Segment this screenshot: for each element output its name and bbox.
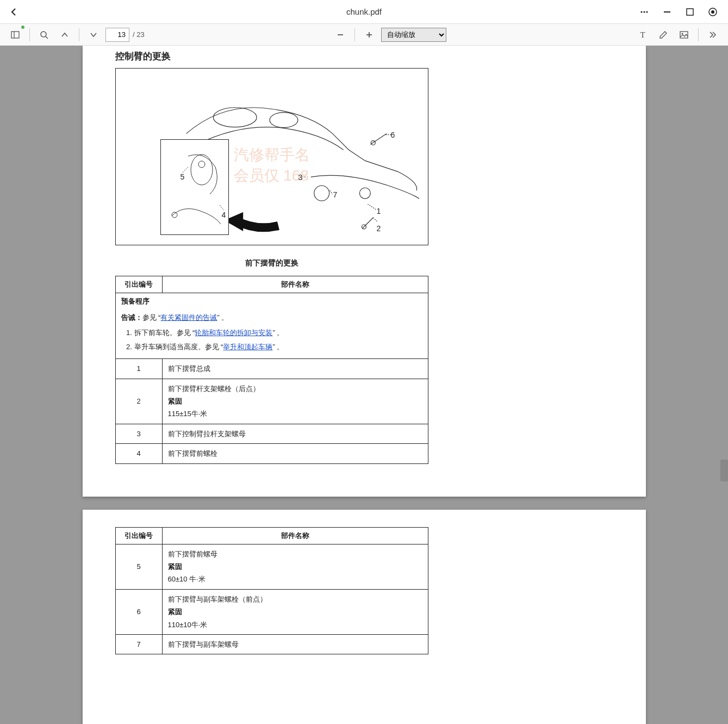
page-total: / 23 <box>133 30 145 39</box>
table-row: 6前下摆臂与副车架螺栓（前点）紧固110±10牛·米 <box>115 589 428 634</box>
svg-point-1 <box>643 11 645 13</box>
svg-rect-7 <box>11 32 19 38</box>
search-button[interactable] <box>35 26 53 44</box>
table-row: 2前下摆臂杆支架螺栓（后点）紧固115±15牛·米 <box>115 379 428 424</box>
callout-3: 3 <box>298 173 303 182</box>
svg-text:T: T <box>640 30 645 39</box>
chevron-double-right-icon <box>708 30 717 39</box>
page-number-input[interactable] <box>105 28 129 42</box>
app-titlebar: chunk.pdf <box>0 0 728 24</box>
link-fastener-caution[interactable]: 有关紧固件的告诫 <box>160 313 217 321</box>
chevron-down-icon <box>90 31 97 39</box>
sidebar-toggle-button[interactable] <box>7 26 24 44</box>
image-icon <box>679 30 689 40</box>
svg-line-10 <box>46 36 48 39</box>
svg-point-20 <box>359 188 370 199</box>
svg-point-31 <box>198 161 205 168</box>
minimize-button[interactable] <box>658 3 676 21</box>
callout-1: 1 <box>377 207 381 215</box>
separator <box>29 28 30 41</box>
link-lift-vehicle[interactable]: 举升和顶起车辆 <box>223 343 272 351</box>
svg-point-19 <box>314 185 329 201</box>
svg-rect-4 <box>687 9 693 15</box>
svg-line-21 <box>370 134 387 145</box>
table-row: 5前下摆臂前螺母紧固60±10 牛·米 <box>115 544 428 589</box>
svg-line-23 <box>362 218 373 228</box>
callout-6: 6 <box>391 131 395 139</box>
svg-line-34 <box>220 205 224 211</box>
svg-point-6 <box>711 10 714 14</box>
pdf-page: 控制臂的更换 <box>83 46 646 497</box>
table-header-row: 引出编号 部件名称 <box>115 276 428 293</box>
parts-table-2: 引出编号 部件名称 5前下摆臂前螺母紧固60±10 牛·米6前下摆臂与副车架螺栓… <box>115 527 428 655</box>
row-content: 前下摆臂与副车架螺栓（前点）紧固110±10牛·米 <box>162 589 428 634</box>
svg-point-17 <box>213 108 257 127</box>
svg-line-33 <box>183 167 188 172</box>
prep-step-2: 举升车辆到适当高度。参见 “举升和顶起车辆” 。 <box>134 341 422 353</box>
plus-icon <box>365 31 373 39</box>
diagram-caption: 前下摆臂的更换 <box>115 258 428 268</box>
svg-line-27 <box>373 218 377 222</box>
parts-table-1: 引出编号 部件名称 预备程序 告诫：参见 “有关紧固件的告诫” 。 拆下前车轮。… <box>115 276 428 464</box>
separator <box>79 28 79 41</box>
callout-5: 5 <box>181 172 185 181</box>
prep-warning: 告诫：参见 “有关紧固件的告诫” 。 <box>121 312 422 324</box>
prep-step-1: 拆下前车轮。参见 “轮胎和车轮的拆卸与安装” 。 <box>134 327 422 339</box>
zoom-select[interactable]: 自动缩放 <box>381 28 446 42</box>
th-name: 部件名称 <box>162 276 428 293</box>
record-button[interactable] <box>704 3 721 21</box>
pencil-icon <box>658 30 668 40</box>
row-index: 4 <box>115 444 162 463</box>
link-wheel-removal[interactable]: 轮胎和车轮的拆卸与安装 <box>195 329 272 337</box>
separator <box>698 28 699 41</box>
row-content: 前下摆臂总成 <box>162 359 428 379</box>
document-filename: chunk.pdf <box>346 7 382 16</box>
callout-2: 2 <box>377 224 381 233</box>
zoom-out-button[interactable] <box>332 26 349 44</box>
image-tool-button[interactable] <box>675 26 693 44</box>
more-button[interactable] <box>636 3 653 21</box>
next-page-button[interactable] <box>85 26 102 44</box>
row-content: 前下控制臂拉杆支架螺母 <box>162 424 428 443</box>
prev-page-button[interactable] <box>56 26 73 44</box>
separator <box>354 28 355 41</box>
maximize-button[interactable] <box>681 3 699 21</box>
svg-line-26 <box>368 204 376 209</box>
chevron-up-icon <box>61 31 69 39</box>
row-index: 2 <box>115 379 162 424</box>
text-tool-button[interactable]: T <box>634 26 651 44</box>
row-content: 前下摆臂与副车架螺母 <box>162 634 428 654</box>
row-index: 7 <box>115 634 162 654</box>
scrollbar-thumb[interactable] <box>720 460 728 481</box>
pdf-page: 引出编号 部件名称 5前下摆臂前螺母紧固60±10 牛·米6前下摆臂与副车架螺栓… <box>83 510 646 724</box>
row-index: 1 <box>115 359 162 379</box>
row-index: 3 <box>115 424 162 443</box>
draw-tool-button[interactable] <box>655 26 672 44</box>
row-index: 5 <box>115 544 162 589</box>
th-index: 引出编号 <box>115 527 162 544</box>
zoom-in-button[interactable] <box>360 26 378 44</box>
th-index: 引出编号 <box>115 276 162 293</box>
svg-point-18 <box>270 113 298 128</box>
pdf-toolbar: / 23 自动缩放 T <box>0 24 728 46</box>
pdf-viewer[interactable]: 控制臂的更换 <box>0 46 728 724</box>
svg-point-0 <box>640 11 642 13</box>
notification-dot <box>21 25 25 29</box>
callout-7: 7 <box>333 190 338 199</box>
th-name: 部件名称 <box>162 527 428 544</box>
callout-4: 4 <box>222 211 226 219</box>
record-icon <box>708 7 718 17</box>
svg-point-9 <box>41 32 46 37</box>
svg-point-16 <box>682 33 683 34</box>
search-icon <box>40 30 48 39</box>
row-index: 6 <box>115 589 162 634</box>
svg-point-2 <box>646 11 648 13</box>
maximize-icon <box>685 7 695 17</box>
table-row: 1前下摆臂总成 <box>115 359 428 379</box>
back-button[interactable] <box>7 4 22 20</box>
sidebar-icon <box>10 30 20 40</box>
diagram-inset: 5 4 <box>160 139 229 235</box>
tools-expand-button[interactable] <box>704 26 721 44</box>
prep-title: 预备程序 <box>121 296 422 306</box>
svg-point-30 <box>191 154 213 185</box>
